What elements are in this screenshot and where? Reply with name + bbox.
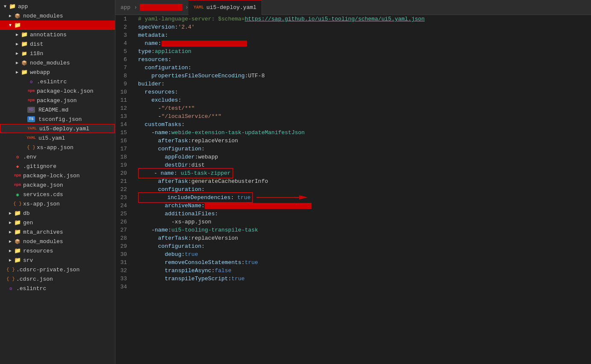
sidebar-item-node-modules-1[interactable]: 📦 node_modules (0, 11, 115, 21)
sidebar-item-package-lock-2[interactable]: npm package-lock.json (0, 171, 115, 180)
arrow-icon (14, 60, 21, 65)
sidebar-item-label: ui5-deploy.yaml (39, 126, 89, 132)
sidebar-item-webapp[interactable]: 📁 webapp (0, 68, 115, 77)
code-line-27: - name: ui5-tooling-transpile-task (138, 226, 591, 234)
code-line-29: configuration: (138, 242, 591, 250)
folder-icon: 📁 (21, 69, 28, 75)
sidebar-item-db[interactable]: 📁 db (0, 208, 115, 218)
folder-icon: 📁 (14, 248, 21, 254)
sidebar-item-cdsrc-private[interactable]: { } .cdsrc-private.json (0, 265, 115, 274)
code-line-12: - "/test/**" (138, 104, 591, 112)
code-line-6: resources: (138, 56, 591, 64)
json-icon: { } (14, 201, 21, 207)
md-icon: MD (27, 107, 35, 113)
sidebar-item-node-modules-2[interactable]: 📦 node_modules (0, 58, 115, 68)
sidebar-item-i18n[interactable]: 📁 i18n (0, 49, 115, 58)
arrow-icon (7, 13, 14, 18)
env-icon: ⚙ (14, 154, 21, 160)
sidebar-item-node-modules-3[interactable]: 📦 node_modules (0, 237, 115, 246)
sidebar-item-label: srv (23, 257, 33, 264)
sidebar-item-label: node_modules (30, 60, 70, 66)
sidebar-item-srv[interactable]: 📁 srv (0, 255, 115, 265)
sidebar-item-dist[interactable]: 📁 dist (0, 39, 115, 49)
code-line-34 (138, 283, 591, 291)
folder-icon: 📁 (14, 22, 21, 28)
code-line-13: - "/localService/**" (138, 112, 591, 120)
folder-icon: 📦 (14, 238, 21, 244)
npm-icon: npm (14, 173, 21, 179)
code-line-23: includeDependencies: true (138, 194, 591, 202)
code-line-7: configuration: (138, 64, 591, 72)
sidebar-item-readme[interactable]: MD README.md (0, 105, 115, 114)
arrow-icon (14, 70, 21, 75)
sidebar-item-xs-app-json-1[interactable]: { } xs-app.json (0, 143, 115, 152)
sidebar-item-package-json-1[interactable]: npm package.json (0, 96, 115, 105)
code-editor[interactable]: 1 2 3 4 5 6 7 8 9 10 11 12 13 14 15 16 1… (115, 15, 591, 364)
sidebar-item-label: .eslintrc (16, 285, 46, 292)
sidebar-item-package-lock-1[interactable]: npm package-lock.json (0, 86, 115, 96)
sidebar-item-label: xs-app.json (23, 201, 60, 207)
arrow-icon (14, 51, 21, 56)
arrow-icon (7, 258, 14, 263)
sidebar-item-label: .eslintrc (37, 79, 67, 85)
folder-icon: 📁 (21, 41, 28, 47)
sidebar-item-ui5-deploy-yaml[interactable]: YAML ui5-deploy.yaml (0, 124, 115, 133)
code-line-18: appFolder: webapp (138, 153, 591, 161)
sidebar-item-mta-archives[interactable]: 📁 mta_archives (0, 227, 115, 237)
sidebar-item-app[interactable]: 📁 app (0, 2, 115, 11)
sidebar-item-eslintrc-root[interactable]: ⚙ .eslintrc (0, 284, 115, 293)
code-line-14: customTasks: (138, 120, 591, 129)
code-line-9: builder: (138, 80, 591, 88)
arrow-icon (7, 248, 14, 253)
git-icon: ◆ (14, 163, 21, 169)
folder-icon: 📦 (14, 13, 21, 19)
sidebar-item-label: ui5.yaml (38, 135, 65, 141)
sidebar-item-label: webapp (30, 69, 50, 76)
sidebar-item-label: app (18, 3, 28, 10)
arrow-icon (7, 229, 14, 235)
code-line-21: afterTask: generateCachebusterInfo (138, 177, 591, 185)
folder-icon: 📁 (14, 257, 21, 263)
sidebar-item-label: resources (23, 248, 53, 254)
file-explorer: 📁 app 📦 node_modules 📁 📁 annotations 📁 d… (0, 0, 115, 364)
code-line-33: transpileTypeScript: true (138, 275, 591, 283)
sidebar-item-label: package-lock.json (23, 173, 80, 179)
sidebar-item-services-cds[interactable]: ◉ services.cds (0, 190, 115, 199)
cds-icon: ◉ (14, 191, 21, 197)
sidebar-item-label: annotations (30, 32, 67, 38)
json-icon: { } (7, 276, 15, 282)
arrow-icon (2, 4, 9, 9)
code-line-16: afterTask: replaceVersion (138, 137, 591, 145)
arrow-icon (7, 211, 14, 216)
sidebar-item-annotations[interactable]: 📁 annotations (0, 30, 115, 39)
json-icon: { } (27, 144, 35, 150)
breadcrumb-redacted (140, 4, 182, 11)
sidebar-item-env[interactable]: ⚙ .env (0, 152, 115, 161)
sidebar-item-label (23, 22, 74, 28)
yaml-tab-icon: YAML (194, 5, 204, 10)
sidebar-item-gitignore[interactable]: ◆ .gitignore (0, 161, 115, 171)
folder-icon: 📁 (14, 220, 21, 226)
arrow-icon (14, 32, 21, 37)
sidebar-item-label: mta_archives (23, 229, 63, 235)
sidebar-item-cdsrc[interactable]: { } .cdsrc.json (0, 274, 115, 284)
sidebar-item-package-json-2[interactable]: npm package.json (0, 180, 115, 190)
arrow-annotation (256, 194, 308, 202)
code-line-8: propertiesFileSourceEncoding: UTF-8 (138, 72, 591, 80)
sidebar-item-eslintrc[interactable]: ⚙ .eslintrc (0, 77, 115, 86)
arrow-icon (7, 23, 14, 28)
sidebar-item-resources[interactable]: 📁 resources (0, 246, 115, 255)
sidebar-item-redacted[interactable]: 📁 (0, 21, 115, 30)
breadcrumb-separator: › (134, 4, 137, 11)
sidebar-item-label: .env (23, 154, 36, 160)
sidebar-item-label: README.md (38, 107, 68, 113)
sidebar-item-tsconfig[interactable]: TS tsconfig.json (0, 114, 115, 124)
sidebar-item-gen[interactable]: 📁 gen (0, 218, 115, 227)
sidebar-item-ui5-yaml[interactable]: YAML ui5.yaml (0, 133, 115, 143)
sidebar-item-label: dist (30, 41, 43, 47)
sidebar-item-label: node_modules (23, 13, 63, 19)
sidebar-item-xs-app-json-2[interactable]: { } xs-app.json (0, 199, 115, 208)
tab-ui5-deploy-yaml[interactable]: YAML ui5-deploy.yaml (188, 0, 262, 15)
svg-marker-1 (299, 195, 308, 200)
code-line-32: transpileAsync: false (138, 267, 591, 275)
